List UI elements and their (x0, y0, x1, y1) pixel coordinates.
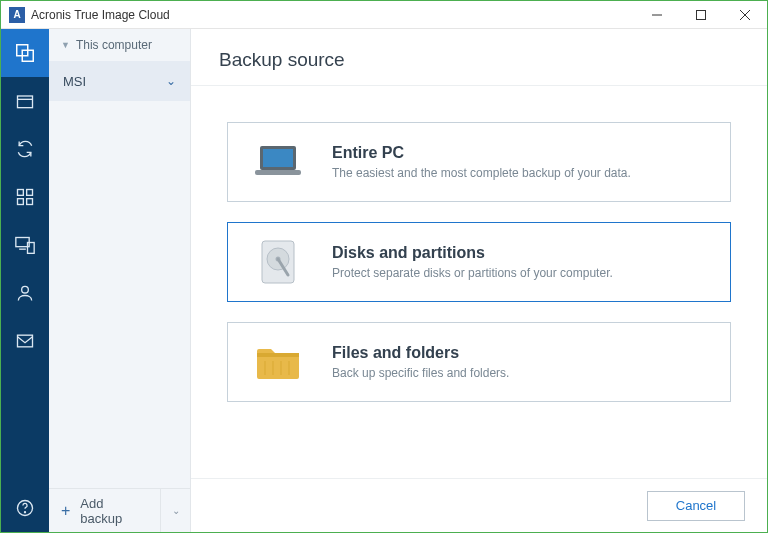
nav-help-icon[interactable] (1, 484, 49, 532)
svg-rect-11 (27, 199, 33, 205)
option-desc: Protect separate disks or partitions of … (332, 266, 613, 280)
hdd-icon (250, 239, 306, 285)
nav-dashboard-icon[interactable] (1, 173, 49, 221)
svg-rect-25 (257, 353, 299, 357)
svg-rect-21 (255, 170, 301, 175)
close-button[interactable] (723, 1, 767, 29)
add-backup-dropdown[interactable]: ⌄ (160, 489, 190, 533)
nav-rail (1, 29, 49, 532)
nav-devices-icon[interactable] (1, 221, 49, 269)
folder-icon (250, 339, 306, 385)
title-bar: A Acronis True Image Cloud (1, 1, 767, 29)
collapse-icon: ▼ (61, 40, 70, 50)
page-title: Backup source (191, 29, 767, 86)
add-backup-label: Add backup (80, 496, 148, 526)
svg-rect-1 (697, 10, 706, 19)
svg-rect-10 (18, 199, 24, 205)
option-title: Files and folders (332, 344, 509, 362)
plus-icon: + (61, 502, 70, 520)
option-title: Disks and partitions (332, 244, 613, 262)
nav-backup-icon[interactable] (1, 29, 49, 77)
svg-rect-9 (27, 190, 33, 196)
svg-point-18 (25, 512, 26, 513)
option-title: Entire PC (332, 144, 631, 162)
app-icon-letter: A (13, 10, 20, 20)
nav-account-icon[interactable] (1, 269, 49, 317)
option-desc: The easiest and the most complete backup… (332, 166, 631, 180)
main-panel: Backup source Entire PC The easiest and … (191, 29, 767, 532)
nav-archive-icon[interactable] (1, 77, 49, 125)
laptop-icon (250, 139, 306, 185)
svg-rect-16 (18, 335, 33, 347)
cancel-label: Cancel (676, 498, 716, 513)
chevron-down-icon: ⌄ (166, 74, 176, 88)
add-backup-button[interactable]: + Add backup (49, 496, 160, 526)
svg-rect-6 (18, 96, 33, 108)
sidebar-header[interactable]: ▼ This computer (49, 29, 190, 61)
window-title: Acronis True Image Cloud (31, 8, 170, 22)
svg-rect-8 (18, 190, 24, 196)
option-desc: Back up specific files and folders. (332, 366, 509, 380)
maximize-button[interactable] (679, 1, 723, 29)
window-controls (635, 1, 767, 29)
svg-point-15 (22, 286, 29, 293)
app-icon: A (9, 7, 25, 23)
option-entire-pc[interactable]: Entire PC The easiest and the most compl… (227, 122, 731, 202)
cancel-button[interactable]: Cancel (647, 491, 745, 521)
option-files-folders[interactable]: Files and folders Back up specific files… (227, 322, 731, 402)
option-disks-partitions[interactable]: Disks and partitions Protect separate di… (227, 222, 731, 302)
sidebar: ▼ This computer MSI ⌄ + Add backup ⌄ (49, 29, 191, 532)
sidebar-item-msi[interactable]: MSI ⌄ (49, 61, 190, 101)
sidebar-item-label: MSI (63, 74, 86, 89)
sidebar-header-label: This computer (76, 38, 152, 52)
svg-rect-20 (263, 149, 293, 167)
nav-mail-icon[interactable] (1, 317, 49, 365)
minimize-button[interactable] (635, 1, 679, 29)
nav-sync-icon[interactable] (1, 125, 49, 173)
